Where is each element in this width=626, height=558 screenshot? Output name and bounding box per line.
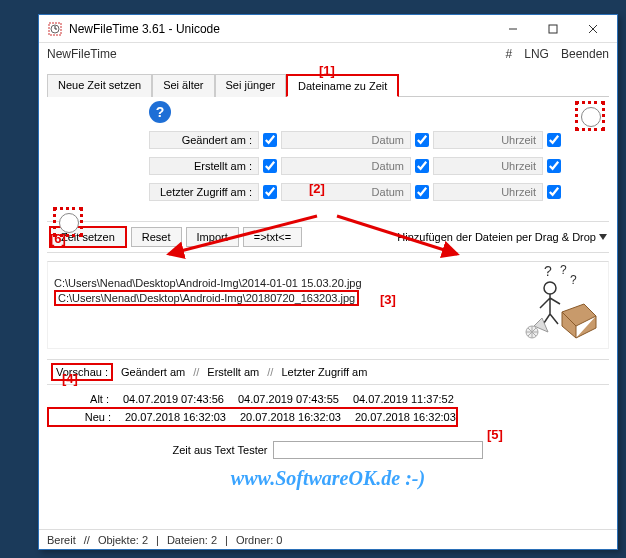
checkbox-accessed-enable[interactable] — [263, 185, 277, 199]
checkbox-created-time[interactable] — [547, 159, 561, 173]
app-window: NewFileTime 3.61 - Unicode NewFileTime #… — [38, 14, 618, 550]
svg-point-11 — [544, 282, 556, 294]
preview-header: Vorschau : Geändert am // Erstellt am //… — [47, 359, 609, 384]
date-block: ? Geändert am : Datum Uhrzeit Erstellt a… — [47, 103, 609, 211]
chevron-down-icon — [599, 234, 607, 240]
checkbox-accessed-time[interactable] — [547, 185, 561, 199]
content-area: [1] Neue Zeit setzen Sei älter Sei jünge… — [39, 65, 617, 494]
clock-icon-left[interactable] — [53, 207, 83, 240]
tab-sei-juenger[interactable]: Sei jünger — [215, 74, 287, 97]
status-ready: Bereit — [47, 534, 76, 546]
field-modified-date[interactable]: Datum — [281, 131, 411, 149]
preview-col-accessed: Letzter Zugriff am — [281, 366, 367, 378]
preview-row-alt: Alt : 04.07.2019 07:43:56 04.07.2019 07:… — [47, 391, 609, 407]
window-title: NewFileTime 3.61 - Unicode — [69, 22, 493, 36]
row-accessed: Letzter Zugriff am : Datum Uhrzeit — [149, 179, 603, 205]
maximize-button[interactable] — [533, 15, 573, 43]
callout-3: [3] — [380, 292, 396, 307]
menubar: NewFileTime # LNG Beenden — [39, 43, 617, 65]
checkbox-created-date[interactable] — [415, 159, 429, 173]
checkbox-modified-time[interactable] — [547, 133, 561, 147]
status-objects: Objekte: 2 — [98, 534, 148, 546]
file-list[interactable]: C:\Users\Nenad\Desktop\Android-Img\2014-… — [47, 261, 609, 349]
menu-hash[interactable]: # — [506, 47, 513, 61]
menu-exit[interactable]: Beenden — [561, 47, 609, 61]
checkbox-created-enable[interactable] — [263, 159, 277, 173]
checkbox-modified-date[interactable] — [415, 133, 429, 147]
help-icon[interactable]: ? — [149, 101, 171, 123]
label-accessed: Letzter Zugriff am : — [149, 183, 259, 201]
status-folders: Ordner: 0 — [236, 534, 282, 546]
menu-lng[interactable]: LNG — [524, 47, 549, 61]
confused-box-illustration: ??? — [512, 264, 602, 342]
status-bar: Bereit // Objekte: 2 | Dateien: 2 | Ordn… — [39, 529, 617, 549]
txt-button[interactable]: =>txt<= — [243, 227, 302, 247]
preview-col-created: Erstellt am — [207, 366, 259, 378]
svg-rect-5 — [549, 25, 557, 33]
preview-col-modified: Geändert am — [121, 366, 185, 378]
titlebar: NewFileTime 3.61 - Unicode — [39, 15, 617, 43]
label-modified: Geändert am : — [149, 131, 259, 149]
preview-row-neu: Neu : 20.07.2018 16:32:03 20.07.2018 16:… — [47, 407, 458, 427]
tab-sei-aelter[interactable]: Sei älter — [152, 74, 214, 97]
svg-text:?: ? — [544, 264, 552, 279]
svg-text:?: ? — [560, 264, 567, 277]
dragdrop-hint[interactable]: Hinzufügen der Dateien per Drag & Drop — [397, 231, 607, 243]
row-modified: Geändert am : Datum Uhrzeit — [149, 127, 603, 153]
field-created-time[interactable]: Uhrzeit — [433, 157, 543, 175]
tester-input[interactable] — [273, 441, 483, 459]
row-created: Erstellt am : Datum Uhrzeit — [149, 153, 603, 179]
dragdrop-label: Hinzufügen der Dateien per Drag & Drop — [397, 231, 596, 243]
action-bar: Zeit setzen Reset Import =>txt<= Hinzufü… — [47, 221, 609, 253]
menu-appname[interactable]: NewFileTime — [47, 47, 117, 61]
label-created: Erstellt am : — [149, 157, 259, 175]
minimize-button[interactable] — [493, 15, 533, 43]
tab-neue-zeit[interactable]: Neue Zeit setzen — [47, 74, 152, 97]
svg-text:?: ? — [570, 273, 577, 287]
tester-label: Zeit aus Text Tester — [173, 444, 268, 456]
close-button[interactable] — [573, 15, 613, 43]
alt-label: Alt : — [75, 393, 109, 405]
checkbox-modified-enable[interactable] — [263, 133, 277, 147]
import-button[interactable]: Import — [186, 227, 239, 247]
tab-dateiname-zu-zeit[interactable]: Dateiname zu Zeit — [286, 74, 399, 97]
list-item[interactable]: C:\Users\Nenad\Desktop\Android-Img\20180… — [54, 290, 359, 306]
watermark: www.SoftwareOK.de :-) — [47, 467, 609, 490]
tab-bar: Neue Zeit setzen Sei älter Sei jünger Da… — [47, 73, 609, 97]
clock-icon-right[interactable] — [575, 101, 605, 134]
reset-button[interactable]: Reset — [131, 227, 182, 247]
neu-label: Neu : — [77, 411, 111, 423]
callout-5: [5] — [487, 427, 503, 442]
app-icon — [47, 21, 63, 37]
status-files: Dateien: 2 — [167, 534, 217, 546]
text-tester: Zeit aus Text Tester — [47, 441, 609, 459]
field-accessed-time[interactable]: Uhrzeit — [433, 183, 543, 201]
field-created-date[interactable]: Datum — [281, 157, 411, 175]
preview-block: Vorschau : Geändert am // Erstellt am //… — [47, 359, 609, 427]
preview-label: Vorschau : — [51, 363, 113, 381]
field-accessed-date[interactable]: Datum — [281, 183, 411, 201]
checkbox-accessed-date[interactable] — [415, 185, 429, 199]
field-modified-time[interactable]: Uhrzeit — [433, 131, 543, 149]
